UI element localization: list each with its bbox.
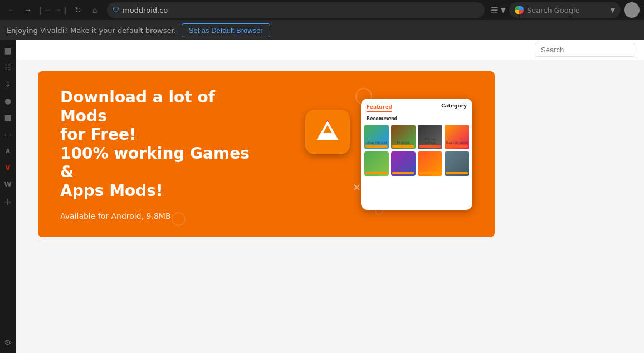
main-layout: ■ ☷ ⇓ ● ■ ▭ A V W + ⚙ (0, 40, 644, 353)
bookmark-icon[interactable]: ☰ (490, 5, 498, 16)
app-card-3: GTA: San Andreas (418, 125, 442, 149)
app-card-1: Clash Mini Golf (364, 125, 389, 149)
vivaldi-sidebar-icon[interactable]: V (2, 161, 14, 174)
google-icon (515, 6, 524, 14)
skip-back-button[interactable]: ❙← (38, 3, 51, 17)
bookmark-sidebar-icon[interactable]: ■ (2, 45, 14, 57)
hero-title: Download a lot of Modsfor Free!100% work… (60, 88, 250, 200)
url-display: moddroid.co (123, 6, 479, 14)
hero-text-block: Download a lot of Modsfor Free!100% work… (60, 88, 250, 220)
app-btn-7 (419, 172, 441, 174)
app-label-4: Toca Life: World (445, 141, 468, 144)
app-btn-1 (365, 145, 388, 148)
website-header (16, 40, 644, 60)
app-label-2: MineCrat (397, 141, 411, 144)
content-area: Download a lot of Modsfor Free!100% work… (16, 40, 644, 353)
history-sidebar-icon[interactable]: ● (2, 95, 14, 107)
app-card-7 (418, 151, 442, 176)
app-card-4: Toca Life: World (445, 125, 469, 149)
shield-icon: 🛡 (113, 6, 119, 14)
panels-sidebar-icon[interactable]: ▭ (2, 128, 14, 140)
bookmark-dropdown[interactable]: ▼ (501, 6, 506, 14)
phone-second-row (361, 150, 472, 177)
add-sidebar-icon[interactable]: + (2, 195, 14, 207)
notes-sidebar-icon[interactable]: ☷ (2, 61, 14, 73)
sidebar: ■ ☷ ⇓ ● ■ ▭ A V W + ⚙ (0, 40, 16, 353)
search-placeholder: Search Google (527, 6, 607, 14)
bookmark-area: ☰ ▼ (490, 5, 506, 16)
wikipedia-sidebar-icon[interactable]: W (2, 178, 14, 190)
browser-chrome: ← → ❙← →❙ ↻ ⌂ 🛡 moddroid.co ☰ ▼ Search G… (0, 0, 644, 40)
translate-sidebar-icon[interactable]: A (2, 145, 14, 157)
skip-forward-button[interactable]: →❙ (55, 3, 68, 17)
phone-recommend-label: Recommend (361, 114, 472, 124)
hero-subtitle: Available for Android, 9.8MB (60, 212, 250, 220)
app-btn-3 (419, 145, 441, 148)
title-bar: ← → ❙← →❙ ↻ ⌂ 🛡 moddroid.co ☰ ▼ Search G… (0, 0, 644, 20)
close-x-icon: ✕ (353, 182, 361, 193)
reload-button[interactable]: ↻ (71, 3, 85, 17)
website-search-input[interactable] (535, 43, 635, 57)
app-btn-2 (392, 145, 414, 148)
app-icon-inner (314, 118, 341, 146)
phone-app-grid: Clash Mini Golf MineCrat GTA: San Andrea… (361, 124, 472, 150)
app-btn-6 (392, 172, 414, 174)
forward-button[interactable]: → (21, 3, 35, 17)
app-btn-8 (446, 172, 468, 174)
app-label-3: GTA: San Andreas (418, 138, 442, 144)
settings-sidebar-icon[interactable]: ⚙ (2, 336, 14, 349)
user-avatar[interactable] (624, 2, 640, 18)
hero-banner: Download a lot of Modsfor Free!100% work… (38, 71, 495, 237)
reader-sidebar-icon[interactable]: ■ (2, 111, 14, 124)
phone-screen: Featured Category Recommend Clash Mini G… (361, 99, 472, 210)
app-mockup: ✕ Featured Category Recommend Clash Mini… (305, 99, 472, 210)
search-bar[interactable]: Search Google ▼ (509, 2, 621, 18)
app-btn-5 (365, 172, 388, 174)
app-card-8 (445, 151, 469, 176)
set-default-button[interactable]: Set as Default Browser (182, 23, 270, 37)
phone-tab-featured: Featured (367, 103, 392, 112)
app-card-5 (364, 151, 389, 176)
address-bar[interactable]: 🛡 moddroid.co (107, 2, 485, 18)
app-card-2: MineCrat (391, 125, 416, 149)
back-button[interactable]: ← (4, 3, 18, 17)
phone-header: Featured Category (361, 99, 472, 114)
website-content: Download a lot of Modsfor Free!100% work… (16, 60, 644, 353)
phone-tab-category: Category (441, 103, 467, 112)
download-sidebar-icon[interactable]: ⇓ (2, 78, 14, 90)
notification-bar: Enjoying Vivaldi? Make it your default b… (0, 20, 644, 40)
mountain-shape (316, 121, 339, 140)
app-card-6 (391, 151, 416, 176)
notification-text: Enjoying Vivaldi? Make it your default b… (7, 26, 176, 35)
search-dropdown-icon[interactable]: ▼ (611, 7, 615, 14)
app-btn-4 (446, 145, 468, 148)
app-label-1: Clash Mini Golf (365, 141, 387, 144)
app-icon-large (305, 110, 350, 154)
home-button[interactable]: ⌂ (88, 3, 101, 17)
